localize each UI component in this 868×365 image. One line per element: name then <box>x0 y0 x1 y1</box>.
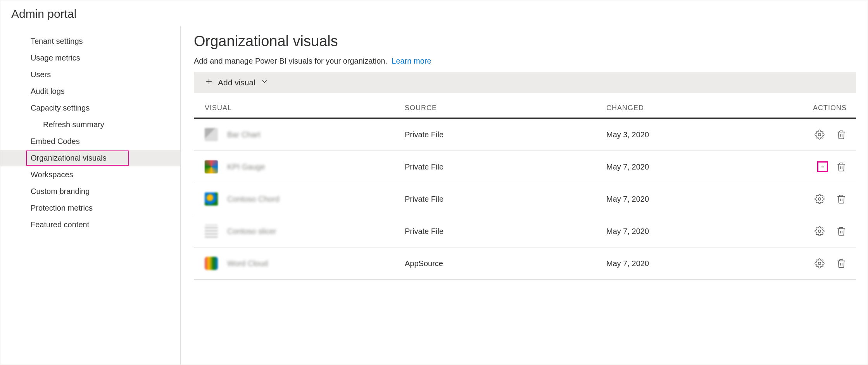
page-header: Admin portal <box>0 0 868 26</box>
sidebar-item-label: Protection metrics <box>31 204 93 212</box>
trash-icon[interactable] <box>836 161 847 172</box>
visual-source: Private File <box>405 195 606 204</box>
sidebar-item-label: Users <box>31 70 51 79</box>
table-row: Contoso slicerPrivate FileMay 7, 2020 <box>194 215 856 247</box>
visual-tile-icon <box>205 192 218 206</box>
sidebar-item-label: Refresh summary <box>43 120 104 129</box>
sidebar-item-organizational-visuals[interactable]: Organizational visuals <box>0 150 180 166</box>
visual-source: Private File <box>405 227 606 236</box>
sidebar-item-featured-content[interactable]: Featured content <box>0 216 180 233</box>
gear-icon[interactable] <box>814 129 825 140</box>
sidebar-item-label: Tenant settings <box>31 37 83 45</box>
sidebar-item-label: Usage metrics <box>31 54 80 62</box>
page-description: Add and manage Power BI visuals for your… <box>194 57 856 66</box>
page-title: Organizational visuals <box>194 33 856 50</box>
sidebar-item-label: Embed Codes <box>31 137 80 145</box>
add-visual-button[interactable]: Add visual <box>194 72 856 93</box>
sidebar-item-capacity-settings[interactable]: Capacity settings <box>0 100 180 116</box>
sidebar-item-label: Capacity settings <box>31 104 90 112</box>
sidebar-item-tenant-settings[interactable]: Tenant settings <box>0 33 180 50</box>
svg-point-4 <box>818 262 821 265</box>
visual-name: Bar Chart <box>227 130 261 139</box>
gear-icon[interactable] <box>814 226 825 237</box>
sidebar-item-label: Workspaces <box>31 170 73 179</box>
plus-icon <box>205 77 213 88</box>
sidebar-item-refresh-summary[interactable]: Refresh summary <box>0 116 180 133</box>
visual-changed: May 7, 2020 <box>606 227 781 236</box>
visual-source: Private File <box>405 130 606 139</box>
visuals-table: VISUAL SOURCE CHANGED ACTIONS Bar ChartP… <box>194 104 856 280</box>
svg-point-1 <box>822 166 823 167</box>
svg-point-0 <box>818 133 821 136</box>
sidebar-item-embed-codes[interactable]: Embed Codes <box>0 133 180 150</box>
visual-changed: May 7, 2020 <box>606 195 781 204</box>
sidebar-item-workspaces[interactable]: Workspaces <box>0 166 180 183</box>
trash-icon[interactable] <box>836 129 847 140</box>
visual-source: AppSource <box>405 259 606 268</box>
chevron-down-icon <box>260 77 269 88</box>
sidebar-item-users[interactable]: Users <box>0 66 180 83</box>
visual-tile-icon <box>205 160 218 173</box>
svg-point-3 <box>818 230 821 233</box>
visual-changed: May 7, 2020 <box>606 163 781 171</box>
visual-name: Word Cloud <box>227 259 268 268</box>
col-header-source: SOURCE <box>405 104 606 112</box>
col-header-visual: VISUAL <box>203 104 405 112</box>
table-row: Bar ChartPrivate FileMay 3, 2020 <box>194 119 856 151</box>
table-row: Word CloudAppSourceMay 7, 2020 <box>194 247 856 280</box>
sidebar-item-usage-metrics[interactable]: Usage metrics <box>0 50 180 66</box>
main-content: Organizational visuals Add and manage Po… <box>181 26 868 365</box>
visual-source: Private File <box>405 163 606 171</box>
page-description-text: Add and manage Power BI visuals for your… <box>194 57 387 65</box>
gear-icon[interactable] <box>814 194 825 204</box>
sidebar-item-custom-branding[interactable]: Custom branding <box>0 183 180 200</box>
sidebar-item-label: Audit logs <box>31 87 65 95</box>
sidebar-item-audit-logs[interactable]: Audit logs <box>0 83 180 100</box>
visual-name: KPI Gauge <box>227 163 265 171</box>
sidebar: Tenant settingsUsage metricsUsersAudit l… <box>0 26 181 365</box>
table-row: KPI GaugePrivate FileMay 7, 2020 <box>194 151 856 183</box>
sidebar-item-label: Featured content <box>31 220 89 229</box>
sidebar-item-label: Organizational visuals <box>31 154 107 162</box>
visual-changed: May 3, 2020 <box>606 130 781 139</box>
svg-point-2 <box>818 198 821 201</box>
visual-tile-icon <box>205 257 218 270</box>
col-header-changed: CHANGED <box>606 104 781 112</box>
learn-more-link[interactable]: Learn more <box>392 57 431 65</box>
trash-icon[interactable] <box>836 194 847 204</box>
visual-name: Contoso Chord <box>227 195 280 204</box>
visual-tile-icon <box>205 128 218 141</box>
visual-name: Contoso slicer <box>227 227 276 236</box>
add-visual-label: Add visual <box>218 78 255 87</box>
visual-changed: May 7, 2020 <box>606 259 781 268</box>
sidebar-item-label: Custom branding <box>31 187 90 195</box>
sidebar-item-protection-metrics[interactable]: Protection metrics <box>0 200 180 216</box>
table-row: Contoso ChordPrivate FileMay 7, 2020 <box>194 183 856 215</box>
trash-icon[interactable] <box>836 226 847 237</box>
gear-icon[interactable] <box>814 258 825 269</box>
table-header: VISUAL SOURCE CHANGED ACTIONS <box>194 104 856 119</box>
gear-icon[interactable] <box>817 161 828 172</box>
col-header-actions: ACTIONS <box>781 104 847 112</box>
trash-icon[interactable] <box>836 258 847 269</box>
visual-tile-icon <box>205 225 218 238</box>
